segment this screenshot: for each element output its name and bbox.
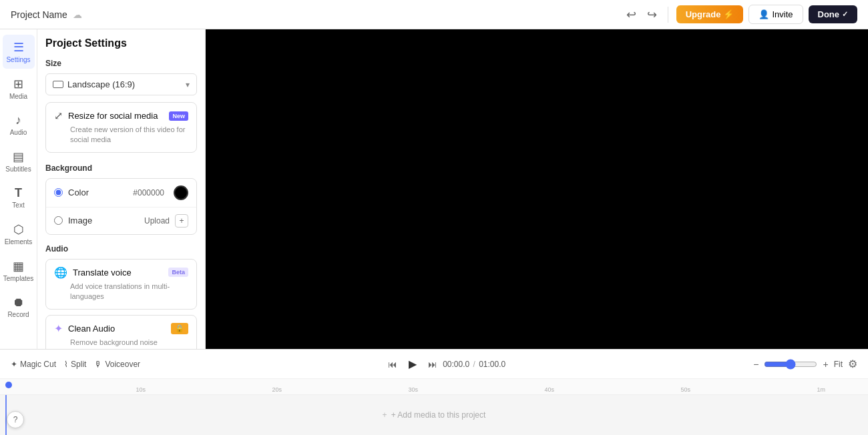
upload-plus-button[interactable]: + <box>175 214 188 228</box>
upgrade-button[interactable]: Upgrade ⚡ <box>676 5 744 23</box>
ruler-mark-30s: 30s <box>408 386 418 393</box>
text-icon: T <box>15 186 22 200</box>
elements-icon: ⬡ <box>13 222 24 237</box>
playhead-line <box>5 395 7 435</box>
timeline-center-controls: ⏮ ▶ ⏭ 00:00.0 / 01:00.0 <box>388 354 505 374</box>
magic-cut-label: Magic Cut <box>20 360 56 369</box>
skip-back-button[interactable]: ⏮ <box>388 359 397 370</box>
zoom-in-button[interactable]: + <box>823 359 828 370</box>
ruler-mark-10s: 10s <box>136 386 146 393</box>
plus-icon: + <box>383 410 387 420</box>
resize-card[interactable]: ⤢ Resize for social media New Create new… <box>45 102 197 153</box>
chevron-down-icon: ▾ <box>186 80 190 89</box>
done-button[interactable]: Done ✓ <box>809 5 858 23</box>
sidebar-item-text[interactable]: T Text <box>3 181 35 214</box>
audio-section-label: Audio <box>45 244 197 254</box>
clean-audio-card[interactable]: ✦ Clean Audio 🔒 Remove background noise <box>45 315 197 349</box>
sidebar-item-subtitles[interactable]: ▤ Subtitles <box>3 144 35 178</box>
lock-icon: 🔒 <box>175 324 184 333</box>
translate-voice-card[interactable]: 🌐 Translate voice Beta Add voice transla… <box>45 259 197 310</box>
timeline-left-controls: ✦ Magic Cut ⌇ Split 🎙 Voiceover <box>11 360 140 369</box>
sidebar-item-templates[interactable]: ▦ Templates <box>3 254 35 288</box>
timeline-track: + + Add media to this project <box>0 395 868 435</box>
panel-title: Project Settings <box>45 37 197 49</box>
ruler-mark-1m: 1m <box>817 386 825 393</box>
media-icon: ⊞ <box>13 77 23 91</box>
microphone-icon: 🎙 <box>94 360 102 369</box>
translate-icon: 🌐 <box>54 266 67 279</box>
invite-button[interactable]: 👤 Invite <box>748 5 803 24</box>
magic-cut-button[interactable]: ✦ Magic Cut <box>11 360 56 369</box>
size-dropdown[interactable]: Landscape (16:9) ▾ <box>45 73 197 95</box>
translate-title: Translate voice <box>73 268 132 278</box>
subtitles-icon: ▤ <box>13 149 24 164</box>
add-media-bar[interactable]: + + Add media to this project <box>0 395 868 435</box>
new-badge: New <box>169 111 188 121</box>
zoom-out-button[interactable]: − <box>753 359 758 370</box>
invite-label: Invite <box>772 9 793 19</box>
current-time: 00:00.0 / 01:00.0 <box>443 360 505 369</box>
divider <box>668 7 668 23</box>
color-label: Color <box>68 187 128 197</box>
top-bar: Project Name ☁ ↩ ↪ Upgrade ⚡ 👤 Invite Do… <box>0 0 868 29</box>
clean-audio-title: Clean Audio <box>68 324 115 334</box>
redo-button[interactable]: ↪ <box>644 5 660 25</box>
ruler-mark-40s: 40s <box>544 386 554 393</box>
color-swatch[interactable] <box>174 185 188 200</box>
timeline-controls: ✦ Magic Cut ⌇ Split 🎙 Voiceover ⏮ ▶ ⏭ 00… <box>0 350 868 379</box>
voiceover-label: Voiceover <box>105 360 140 369</box>
skip-forward-button[interactable]: ⏭ <box>428 359 437 370</box>
size-section-label: Size <box>45 59 197 68</box>
sidebar-item-record[interactable]: ⏺ Record <box>3 290 35 324</box>
resize-card-desc: Create new version of this video for soc… <box>70 125 188 145</box>
resize-card-title-row: ⤢ Resize for social media <box>54 109 158 122</box>
ruler-ticks: 10s 20s 30s 40s 50s 1m <box>7 379 828 393</box>
resize-card-title: Resize for social media <box>68 111 158 121</box>
sidebar-item-media[interactable]: ⊞ Media <box>3 71 35 105</box>
preview-canvas <box>206 29 868 349</box>
resize-card-header: ⤢ Resize for social media New <box>54 109 188 122</box>
hex-value: #000000 <box>133 188 164 197</box>
voiceover-button[interactable]: 🎙 Voiceover <box>94 360 140 369</box>
lock-badge: 🔒 <box>171 323 188 334</box>
timeline-ruler: 10s 20s 30s 40s 50s 1m <box>0 379 868 395</box>
color-option-row[interactable]: Color #000000 <box>46 179 196 207</box>
add-media-label: + Add media to this project <box>391 410 486 420</box>
sidebar-item-elements[interactable]: ⬡ Elements <box>3 217 35 251</box>
translate-desc: Add voice translations in multi-language… <box>70 282 188 302</box>
beta-badge: Beta <box>168 268 188 277</box>
done-check-icon: ✓ <box>842 10 848 19</box>
sidebar-item-settings[interactable]: ☰ Settings <box>3 35 35 69</box>
play-button[interactable]: ▶ <box>403 354 423 374</box>
main-layout: ☰ Settings ⊞ Media ♪ Audio ▤ Subtitles T… <box>0 29 868 349</box>
gear-button[interactable]: ⚙ <box>848 358 857 370</box>
split-button[interactable]: ⌇ Split <box>64 360 86 369</box>
ruler-mark-20s: 20s <box>272 386 282 393</box>
top-bar-right: ↩ ↪ Upgrade ⚡ 👤 Invite Done ✓ <box>624 5 857 25</box>
cloud-icon: ☁ <box>73 9 82 20</box>
upload-label[interactable]: Upload <box>144 216 170 226</box>
image-option-row[interactable]: Image Upload + <box>46 207 196 234</box>
translate-title-row: 🌐 Translate voice <box>54 266 132 279</box>
color-radio[interactable] <box>54 188 63 197</box>
image-radio[interactable] <box>54 216 63 225</box>
project-name: Project Name <box>11 9 67 20</box>
clean-audio-icon: ✦ <box>54 322 63 335</box>
magic-cut-icon: ✦ <box>11 360 17 369</box>
sidebar-item-audio[interactable]: ♪ Audio <box>3 108 35 141</box>
resize-icon: ⤢ <box>54 109 63 122</box>
fit-button[interactable]: Fit <box>834 360 843 369</box>
translate-card-header: 🌐 Translate voice Beta <box>54 266 188 279</box>
undo-button[interactable]: ↩ <box>624 5 639 25</box>
ruler-mark-50s: 50s <box>680 386 690 393</box>
zoom-slider[interactable] <box>764 359 817 370</box>
background-section-label: Background <box>45 163 197 173</box>
help-button[interactable]: ? <box>7 411 24 428</box>
icon-sidebar: ☰ Settings ⊞ Media ♪ Audio ▤ Subtitles T… <box>0 29 37 349</box>
clean-audio-title-row: ✦ Clean Audio <box>54 322 115 335</box>
audio-icon: ♪ <box>15 113 21 127</box>
top-bar-left: Project Name ☁ <box>11 9 82 20</box>
record-icon: ⏺ <box>13 296 25 310</box>
total-time-value: 01:00.0 <box>479 360 505 369</box>
preview-area <box>206 29 868 349</box>
